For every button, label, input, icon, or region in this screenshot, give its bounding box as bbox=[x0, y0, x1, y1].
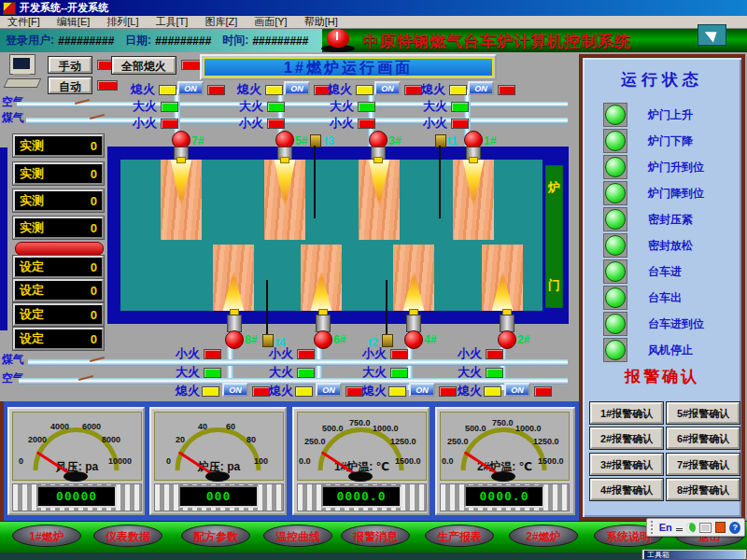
menu-edit[interactable]: 编辑[E] bbox=[57, 15, 90, 29]
gauge-tick: 500.0 bbox=[465, 425, 486, 433]
ime-toolbar[interactable]: En ? bbox=[646, 518, 745, 537]
setpoint-display-4[interactable]: 设定0 bbox=[13, 328, 104, 350]
time-value: ######### bbox=[252, 35, 308, 48]
fault-indicator bbox=[207, 85, 225, 95]
burner-on-button[interactable]: ON bbox=[316, 383, 342, 397]
ime-punctuation-icon[interactable] bbox=[676, 525, 683, 531]
menu-tools[interactable]: 工具[T] bbox=[156, 15, 189, 29]
flame-burner-7 bbox=[161, 160, 202, 240]
status-lamp bbox=[603, 155, 627, 179]
menu-help[interactable]: 帮助[H] bbox=[304, 15, 338, 29]
lamp-green-icon bbox=[605, 209, 626, 230]
lamp-green-icon bbox=[605, 157, 626, 177]
manual-button[interactable]: 手动 bbox=[49, 57, 92, 73]
nav-production-report[interactable]: 生产报表 bbox=[425, 525, 494, 547]
status-lamp bbox=[603, 103, 627, 127]
alarm-confirm-5[interactable]: 5#报警确认 bbox=[667, 402, 740, 424]
ime-language-button[interactable]: En bbox=[659, 522, 672, 533]
ime-halfwidth-icon[interactable] bbox=[686, 523, 696, 533]
ime-pad-icon[interactable] bbox=[715, 522, 726, 533]
status-lamp bbox=[603, 259, 627, 284]
ime-keyboard-icon[interactable] bbox=[699, 523, 712, 533]
menu-library[interactable]: 图库[Z] bbox=[204, 15, 237, 29]
gauge-hub bbox=[63, 471, 88, 482]
flame-burner-5 bbox=[264, 160, 305, 240]
burner-on-button[interactable]: ON bbox=[504, 383, 530, 397]
thermocouple-rod bbox=[439, 146, 441, 218]
status-label: 台车进 bbox=[648, 264, 682, 280]
alarm-confirm-4[interactable]: 4#报警确认 bbox=[590, 479, 663, 500]
alarm-confirm-6[interactable]: 6#报警确认 bbox=[667, 427, 740, 449]
fault-indicator bbox=[439, 386, 457, 397]
alarm-confirm-1[interactable]: 1#报警确认 bbox=[590, 402, 663, 424]
big-fire-indicator bbox=[486, 368, 503, 378]
alarm-confirm-3[interactable]: 3#报警确认 bbox=[590, 454, 663, 475]
setpoint-value: 0 bbox=[91, 308, 97, 322]
burner-on-button[interactable]: ON bbox=[409, 383, 435, 397]
alarm-confirm-2[interactable]: 2#报警确认 bbox=[590, 427, 663, 449]
burner-on-button[interactable]: ON bbox=[468, 81, 494, 95]
burner-on-button[interactable]: ON bbox=[284, 81, 310, 95]
burner-nozzle bbox=[176, 157, 186, 163]
small-fire-label: 小火 bbox=[239, 117, 263, 129]
off-label: 熄火 bbox=[237, 83, 261, 95]
ime-grip-icon[interactable] bbox=[651, 521, 655, 534]
toolbox-window[interactable]: 工具箱 bbox=[641, 549, 747, 560]
status-label: 炉门上升 bbox=[648, 107, 693, 123]
gauge-tick: 250.0 bbox=[304, 438, 326, 446]
ime-help-icon[interactable]: ? bbox=[729, 522, 740, 534]
nav-recipe-params[interactable]: 配方参数 bbox=[181, 525, 250, 547]
status-label: 台车进到位 bbox=[648, 316, 704, 332]
thermocouple-rod bbox=[314, 146, 316, 218]
gauge-readout-strip: 00000 bbox=[12, 483, 142, 511]
all-off-button[interactable]: 全部熄火 bbox=[112, 57, 176, 74]
gauge-tick: 2000 bbox=[28, 436, 47, 444]
status-label: 台车出 bbox=[648, 290, 682, 306]
setpoint-display-3[interactable]: 设定0 bbox=[13, 303, 104, 326]
setpoint-display-2[interactable]: 设定0 bbox=[13, 279, 104, 301]
setpoint-display-1[interactable]: 设定0 bbox=[13, 256, 104, 278]
menu-arrange[interactable]: 排列[L] bbox=[106, 15, 138, 29]
off-indicator bbox=[449, 85, 467, 95]
nav-temp-curve[interactable]: 温控曲线 bbox=[263, 525, 332, 547]
burner-label: 4# bbox=[424, 334, 436, 345]
flame-burner-6 bbox=[301, 245, 342, 311]
alarm-confirm-7[interactable]: 7#报警确认 bbox=[667, 454, 740, 475]
big-fire-label: 大火 bbox=[423, 100, 447, 112]
lamp-green-icon bbox=[605, 287, 626, 308]
system-title: 中原特钢燃气台车炉计算机控制系统 bbox=[362, 31, 736, 52]
flame-burner-2 bbox=[482, 245, 523, 311]
gauge-furnace2-temperature: 0.0 250.0 500.0 750.0 1000.0 1250.0 1500… bbox=[435, 407, 575, 515]
gauge-face: 0.0 250.0 500.0 750.0 1000.0 1250.0 1500… bbox=[297, 412, 427, 481]
gauge-value-display: 000 bbox=[178, 485, 259, 508]
burner-label: 7# bbox=[191, 135, 204, 147]
auto-button[interactable]: 自动 bbox=[49, 77, 92, 93]
lamp-green-icon bbox=[605, 261, 626, 282]
toolbox-titlebar[interactable]: 工具箱 bbox=[644, 551, 744, 559]
small-fire-label: 小火 bbox=[269, 347, 293, 359]
gauge-tick: 1000.0 bbox=[515, 425, 542, 433]
measured-display-1: 实测0 bbox=[13, 134, 104, 157]
nav-instrument-data[interactable]: 仪表数据 bbox=[93, 525, 162, 547]
alarm-confirm-8[interactable]: 8#报警确认 bbox=[667, 479, 740, 500]
burner-label: 3# bbox=[388, 135, 401, 147]
big-fire-label: 大火 bbox=[176, 366, 200, 378]
measured-value: 0 bbox=[91, 194, 97, 208]
menu-screen[interactable]: 画面[Y] bbox=[254, 15, 287, 29]
gauge-furnace-pressure: 0 20 40 60 80 100 炉压: pa 000 bbox=[149, 407, 287, 515]
window-titlebar[interactable]: 开发系统--开发系统 bbox=[0, 0, 747, 16]
nav-alarm-messages[interactable]: 报警消息 bbox=[341, 525, 410, 547]
menu-file[interactable]: 文件[F] bbox=[7, 15, 40, 29]
burner-on-button[interactable]: ON bbox=[177, 81, 204, 95]
time-label: 时间: bbox=[222, 33, 248, 49]
nav-furnace1[interactable]: 1#燃炉 bbox=[12, 525, 81, 547]
off-label: 熄火 bbox=[362, 385, 387, 397]
off-indicator bbox=[159, 85, 176, 95]
burner-on-button[interactable]: ON bbox=[222, 383, 248, 397]
thermocouple-rod bbox=[266, 280, 268, 334]
burner-on-button[interactable]: ON bbox=[374, 81, 401, 95]
gauge-face: 0.0 250.0 500.0 750.0 1000.0 1250.0 1500… bbox=[440, 412, 570, 481]
gauge-face: 0 20 40 60 80 100 炉压: pa bbox=[154, 412, 284, 481]
flame-core bbox=[365, 160, 393, 209]
nav-furnace2[interactable]: 2#燃炉 bbox=[509, 525, 578, 547]
